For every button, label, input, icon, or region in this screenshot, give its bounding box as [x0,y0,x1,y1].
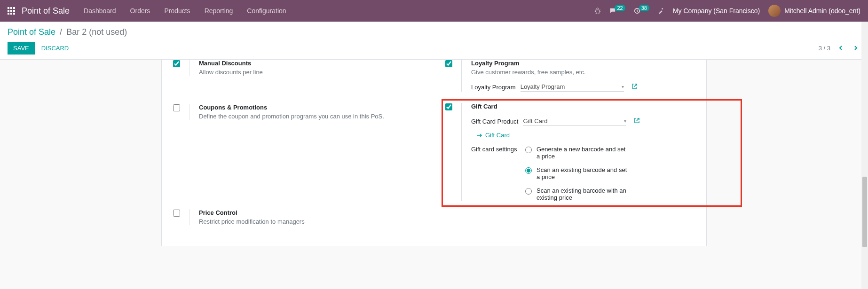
pager: 3 / 3 [819,44,860,53]
gift-card-radio-scan-set[interactable]: Scan an existing barcode and set a price [525,166,695,180]
gift-card-link[interactable]: Gift Card [477,132,510,139]
breadcrumb: Point of Sale / Bar 2 (not used) [8,27,860,37]
svg-rect-3 [8,10,9,12]
svg-rect-0 [8,7,9,9]
user-name: Mitchell Admin (odoo_ent) [784,7,860,15]
app-title[interactable]: Point of Sale [22,6,70,16]
external-link-icon[interactable] [631,83,638,91]
gift-card-radio-scan-existing[interactable]: Scan an existing barcode with an existin… [525,187,695,201]
external-link-icon[interactable] [634,117,640,125]
activity-icon[interactable]: 38 [634,8,649,14]
price-control-desc: Restrict price modification to managers [199,218,423,225]
activity-badge: 38 [639,5,649,11]
avatar [768,5,781,17]
company-selector[interactable]: My Company (San Francisco) [673,7,760,15]
manual-discounts-desc: Allow discounts per line [199,69,423,76]
coupons-desc: Define the coupon and promotion programs… [199,113,423,120]
nav-products[interactable]: Products [164,7,190,15]
svg-rect-4 [10,10,12,12]
svg-rect-6 [8,13,9,15]
content: Manual Discounts Allow discounts per lin… [0,60,868,246]
setting-manual-discounts: Manual Discounts Allow discounts per lin… [173,60,423,76]
nav-menu: Dashboard Orders Products Reporting Conf… [84,7,594,15]
loyalty-desc: Give customer rewards, free samples, etc… [471,69,695,76]
svg-rect-5 [13,10,15,12]
apps-icon[interactable] [8,7,15,15]
pager-prev[interactable] [836,44,845,53]
gift-card-radio-generate[interactable]: Generate a new barcode and set a price [525,146,695,160]
top-nav: Point of Sale Dashboard Orders Products … [0,0,868,22]
setting-gift-card: Gift Card Gift Card Product Gift Card ▾ [445,103,695,201]
pager-next[interactable] [851,44,860,53]
scrollbar-thumb[interactable] [862,177,867,246]
nav-right: 22 38 My Company (San Francisco) Mitchel… [594,5,860,17]
save-button[interactable]: SAVE [8,42,35,55]
discard-button[interactable]: DISCARD [41,45,69,52]
svg-rect-7 [10,13,12,15]
setting-price-control: Price Control Restrict price modificatio… [173,209,423,225]
loyalty-program-select[interactable]: Loyalty Program ▾ [521,82,624,92]
user-menu[interactable]: Mitchell Admin (odoo_ent) [768,5,860,17]
price-control-title: Price Control [199,209,423,216]
pager-text: 3 / 3 [819,45,830,52]
bug-icon[interactable] [594,8,601,14]
chevron-down-icon: ▾ [622,84,624,89]
setting-loyalty: Loyalty Program Give customer rewards, f… [445,60,695,92]
setting-coupons: Coupons & Promotions Define the coupon a… [173,104,423,120]
form-sheet: Manual Discounts Allow discounts per lin… [161,60,707,246]
breadcrumb-current: Bar 2 (not used) [66,27,127,37]
nav-reporting[interactable]: Reporting [205,7,233,15]
scrollbar[interactable] [861,22,868,246]
nav-dashboard[interactable]: Dashboard [84,7,116,15]
gift-card-settings-label: Gift card settings [471,146,521,153]
chevron-down-icon: ▾ [624,118,626,124]
gift-card-product-select[interactable]: Gift Card ▾ [523,117,626,126]
nav-orders[interactable]: Orders [130,7,150,15]
messages-icon[interactable]: 22 [609,8,625,14]
subheader: Point of Sale / Bar 2 (not used) SAVE DI… [0,22,868,60]
tools-icon[interactable] [658,8,664,14]
price-control-checkbox[interactable] [173,210,180,217]
messages-badge: 22 [615,5,625,11]
gift-card-product-label: Gift Card Product [471,118,518,125]
manual-discounts-checkbox[interactable] [173,60,180,67]
coupons-title: Coupons & Promotions [199,104,423,111]
loyalty-field-label: Loyalty Program [471,84,516,91]
svg-rect-1 [10,7,12,9]
coupons-checkbox[interactable] [173,104,180,111]
nav-configuration[interactable]: Configuration [247,7,286,15]
gift-card-title: Gift Card [471,103,695,110]
loyalty-title: Loyalty Program [471,60,695,67]
breadcrumb-root[interactable]: Point of Sale [8,27,55,37]
svg-rect-2 [13,7,15,9]
loyalty-checkbox[interactable] [445,60,452,67]
svg-rect-8 [13,13,15,15]
manual-discounts-title: Manual Discounts [199,60,423,67]
gift-card-checkbox[interactable] [445,103,452,110]
